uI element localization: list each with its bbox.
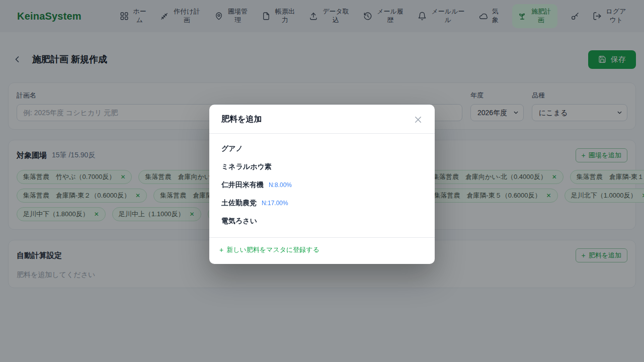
fertilizer-n-value: N:17.00% (262, 200, 288, 207)
fertilizer-list-item[interactable]: 仁井田米有機 N:8.00% (209, 176, 435, 194)
fertilizer-name: ミネラルホウ素 (221, 162, 272, 171)
close-icon[interactable] (414, 115, 423, 124)
modal-title: 肥料を追加 (221, 114, 262, 125)
fertilizer-name: グアノ (221, 144, 243, 153)
fertilizer-n-value: N:8.00% (269, 182, 292, 189)
fertilizer-name: 土佐勤農党 (221, 199, 257, 208)
fertilizer-list-item[interactable]: ミネラルホウ素 (209, 158, 435, 176)
fertilizer-list: グアノ ミネラルホウ素 仁井田米有機 N:8.00% 土佐勤農党 N:17.00… (209, 134, 435, 237)
fertilizer-name: 電気ろさい (221, 217, 257, 226)
add-fertilizer-modal: 肥料を追加 グアノ ミネラルホウ素 仁井田米有機 N:8.00% 土佐勤農党 N… (209, 105, 435, 264)
register-link-label: 新しい肥料をマスタに登録する (226, 245, 319, 254)
register-new-fertilizer-link[interactable]: + 新しい肥料をマスタに登録する (219, 245, 319, 254)
plus-icon: + (219, 246, 223, 253)
fertilizer-list-item[interactable]: 電気ろさい (209, 212, 435, 230)
fertilizer-list-item[interactable]: グアノ (209, 140, 435, 158)
fertilizer-list-item[interactable]: 土佐勤農党 N:17.00% (209, 194, 435, 212)
fertilizer-name: 仁井田米有機 (221, 180, 264, 190)
